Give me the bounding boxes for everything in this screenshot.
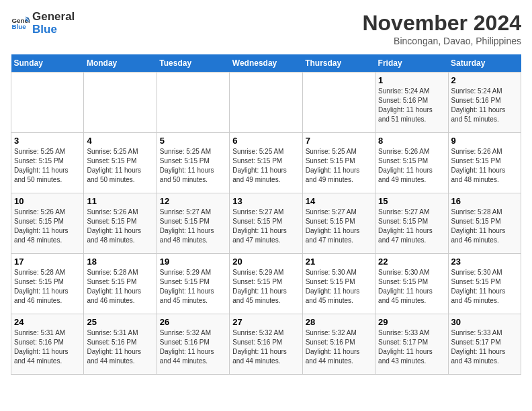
day-info: Sunrise: 5:25 AMSunset: 5:15 PMDaylight:… bbox=[160, 147, 226, 185]
calendar-cell bbox=[230, 73, 302, 133]
day-info: Sunrise: 5:31 AMSunset: 5:16 PMDaylight:… bbox=[14, 328, 81, 366]
day-number: 23 bbox=[451, 257, 518, 267]
calendar-cell bbox=[157, 73, 229, 133]
calendar-cell bbox=[11, 73, 84, 133]
day-info: Sunrise: 5:30 AMSunset: 5:15 PMDaylight:… bbox=[378, 268, 445, 306]
calendar-cell: 11Sunrise: 5:26 AMSunset: 5:15 PMDayligh… bbox=[84, 193, 157, 254]
day-number: 17 bbox=[14, 257, 81, 267]
calendar-cell: 7Sunrise: 5:25 AMSunset: 5:15 PMDaylight… bbox=[302, 133, 375, 193]
calendar-cell: 27Sunrise: 5:32 AMSunset: 5:16 PMDayligh… bbox=[230, 314, 302, 375]
calendar-week-1: 1Sunrise: 5:24 AMSunset: 5:16 PMDaylight… bbox=[11, 73, 521, 133]
page-header: General Blue General Blue November 2024 … bbox=[11, 11, 521, 46]
day-info: Sunrise: 5:26 AMSunset: 5:15 PMDaylight:… bbox=[451, 147, 518, 185]
day-info: Sunrise: 5:27 AMSunset: 5:15 PMDaylight:… bbox=[378, 208, 445, 245]
svg-text:Blue: Blue bbox=[11, 23, 26, 30]
month-title: November 2024 bbox=[362, 11, 521, 36]
day-number: 18 bbox=[87, 257, 153, 267]
weekday-header-row: SundayMondayTuesdayWednesdayThursdayFrid… bbox=[11, 54, 521, 73]
day-number: 25 bbox=[87, 317, 153, 327]
calendar-header: SundayMondayTuesdayWednesdayThursdayFrid… bbox=[11, 54, 521, 73]
calendar-cell: 21Sunrise: 5:30 AMSunset: 5:15 PMDayligh… bbox=[302, 254, 375, 314]
day-info: Sunrise: 5:29 AMSunset: 5:15 PMDaylight:… bbox=[232, 268, 299, 306]
logo-blue: Blue bbox=[32, 24, 75, 36]
weekday-saturday: Saturday bbox=[448, 54, 521, 73]
calendar-week-5: 24Sunrise: 5:31 AMSunset: 5:16 PMDayligh… bbox=[11, 314, 521, 375]
day-number: 10 bbox=[14, 196, 81, 206]
location-subtitle: Bincongan, Davao, Philippines bbox=[362, 36, 521, 46]
day-number: 24 bbox=[14, 317, 81, 327]
day-number: 9 bbox=[451, 136, 518, 146]
logo-icon: General Blue bbox=[11, 14, 30, 33]
calendar-cell: 29Sunrise: 5:33 AMSunset: 5:17 PMDayligh… bbox=[375, 314, 448, 375]
weekday-tuesday: Tuesday bbox=[157, 54, 229, 73]
calendar-cell: 1Sunrise: 5:24 AMSunset: 5:16 PMDaylight… bbox=[375, 73, 448, 133]
day-number: 12 bbox=[160, 196, 226, 206]
day-number: 6 bbox=[232, 136, 299, 146]
calendar-cell: 15Sunrise: 5:27 AMSunset: 5:15 PMDayligh… bbox=[375, 193, 448, 254]
day-info: Sunrise: 5:25 AMSunset: 5:15 PMDaylight:… bbox=[87, 147, 153, 185]
calendar-cell: 4Sunrise: 5:25 AMSunset: 5:15 PMDaylight… bbox=[84, 133, 157, 193]
title-block: November 2024 Bincongan, Davao, Philippi… bbox=[362, 11, 521, 46]
day-number: 4 bbox=[87, 136, 153, 146]
calendar-cell: 10Sunrise: 5:26 AMSunset: 5:15 PMDayligh… bbox=[11, 193, 84, 254]
calendar-cell: 2Sunrise: 5:24 AMSunset: 5:16 PMDaylight… bbox=[448, 73, 521, 133]
weekday-wednesday: Wednesday bbox=[230, 54, 302, 73]
day-info: Sunrise: 5:26 AMSunset: 5:15 PMDaylight:… bbox=[87, 208, 153, 245]
day-number: 21 bbox=[306, 257, 372, 267]
calendar-week-3: 10Sunrise: 5:26 AMSunset: 5:15 PMDayligh… bbox=[11, 193, 521, 254]
day-info: Sunrise: 5:24 AMSunset: 5:16 PMDaylight:… bbox=[451, 87, 518, 124]
calendar-cell: 24Sunrise: 5:31 AMSunset: 5:16 PMDayligh… bbox=[11, 314, 84, 375]
day-number: 28 bbox=[306, 317, 372, 327]
calendar-cell: 8Sunrise: 5:26 AMSunset: 5:15 PMDaylight… bbox=[375, 133, 448, 193]
day-number: 19 bbox=[160, 257, 226, 267]
calendar-cell: 22Sunrise: 5:30 AMSunset: 5:15 PMDayligh… bbox=[375, 254, 448, 314]
day-info: Sunrise: 5:33 AMSunset: 5:17 PMDaylight:… bbox=[378, 328, 445, 366]
day-number: 8 bbox=[378, 136, 445, 146]
weekday-friday: Friday bbox=[375, 54, 448, 73]
day-number: 2 bbox=[451, 75, 518, 85]
day-number: 16 bbox=[451, 196, 518, 206]
calendar-cell: 23Sunrise: 5:30 AMSunset: 5:15 PMDayligh… bbox=[448, 254, 521, 314]
day-info: Sunrise: 5:30 AMSunset: 5:15 PMDaylight:… bbox=[306, 268, 372, 306]
day-number: 29 bbox=[378, 317, 445, 327]
calendar-cell: 16Sunrise: 5:28 AMSunset: 5:15 PMDayligh… bbox=[448, 193, 521, 254]
calendar-cell: 25Sunrise: 5:31 AMSunset: 5:16 PMDayligh… bbox=[84, 314, 157, 375]
calendar-week-4: 17Sunrise: 5:28 AMSunset: 5:15 PMDayligh… bbox=[11, 254, 521, 314]
calendar-body: 1Sunrise: 5:24 AMSunset: 5:16 PMDaylight… bbox=[11, 73, 521, 375]
calendar-week-2: 3Sunrise: 5:25 AMSunset: 5:15 PMDaylight… bbox=[11, 133, 521, 193]
day-info: Sunrise: 5:25 AMSunset: 5:15 PMDaylight:… bbox=[232, 147, 299, 185]
day-number: 30 bbox=[451, 317, 518, 327]
day-info: Sunrise: 5:32 AMSunset: 5:16 PMDaylight:… bbox=[232, 328, 299, 366]
day-number: 7 bbox=[306, 136, 372, 146]
day-info: Sunrise: 5:30 AMSunset: 5:15 PMDaylight:… bbox=[451, 268, 518, 306]
day-number: 1 bbox=[378, 75, 445, 85]
day-info: Sunrise: 5:28 AMSunset: 5:15 PMDaylight:… bbox=[14, 268, 81, 306]
day-info: Sunrise: 5:28 AMSunset: 5:15 PMDaylight:… bbox=[451, 208, 518, 245]
day-number: 11 bbox=[87, 196, 153, 206]
day-info: Sunrise: 5:33 AMSunset: 5:17 PMDaylight:… bbox=[451, 328, 518, 366]
day-info: Sunrise: 5:24 AMSunset: 5:16 PMDaylight:… bbox=[378, 87, 445, 124]
day-info: Sunrise: 5:29 AMSunset: 5:15 PMDaylight:… bbox=[160, 268, 226, 306]
logo-general: General bbox=[32, 11, 75, 24]
day-number: 20 bbox=[232, 257, 299, 267]
day-info: Sunrise: 5:25 AMSunset: 5:15 PMDaylight:… bbox=[14, 147, 81, 185]
calendar-cell: 9Sunrise: 5:26 AMSunset: 5:15 PMDaylight… bbox=[448, 133, 521, 193]
calendar-cell: 26Sunrise: 5:32 AMSunset: 5:16 PMDayligh… bbox=[157, 314, 229, 375]
calendar-cell bbox=[302, 73, 375, 133]
calendar-cell: 18Sunrise: 5:28 AMSunset: 5:15 PMDayligh… bbox=[84, 254, 157, 314]
calendar-cell: 30Sunrise: 5:33 AMSunset: 5:17 PMDayligh… bbox=[448, 314, 521, 375]
calendar-cell: 28Sunrise: 5:32 AMSunset: 5:16 PMDayligh… bbox=[302, 314, 375, 375]
logo: General Blue General Blue bbox=[11, 11, 75, 36]
calendar-cell: 14Sunrise: 5:27 AMSunset: 5:15 PMDayligh… bbox=[302, 193, 375, 254]
day-info: Sunrise: 5:28 AMSunset: 5:15 PMDaylight:… bbox=[87, 268, 153, 306]
day-info: Sunrise: 5:27 AMSunset: 5:15 PMDaylight:… bbox=[306, 208, 372, 245]
calendar-cell bbox=[84, 73, 157, 133]
day-number: 15 bbox=[378, 196, 445, 206]
day-info: Sunrise: 5:32 AMSunset: 5:16 PMDaylight:… bbox=[160, 328, 226, 366]
day-number: 3 bbox=[14, 136, 81, 146]
calendar-cell: 3Sunrise: 5:25 AMSunset: 5:15 PMDaylight… bbox=[11, 133, 84, 193]
day-info: Sunrise: 5:25 AMSunset: 5:15 PMDaylight:… bbox=[306, 147, 372, 185]
weekday-sunday: Sunday bbox=[11, 54, 84, 73]
day-info: Sunrise: 5:32 AMSunset: 5:16 PMDaylight:… bbox=[306, 328, 372, 366]
day-info: Sunrise: 5:26 AMSunset: 5:15 PMDaylight:… bbox=[378, 147, 445, 185]
